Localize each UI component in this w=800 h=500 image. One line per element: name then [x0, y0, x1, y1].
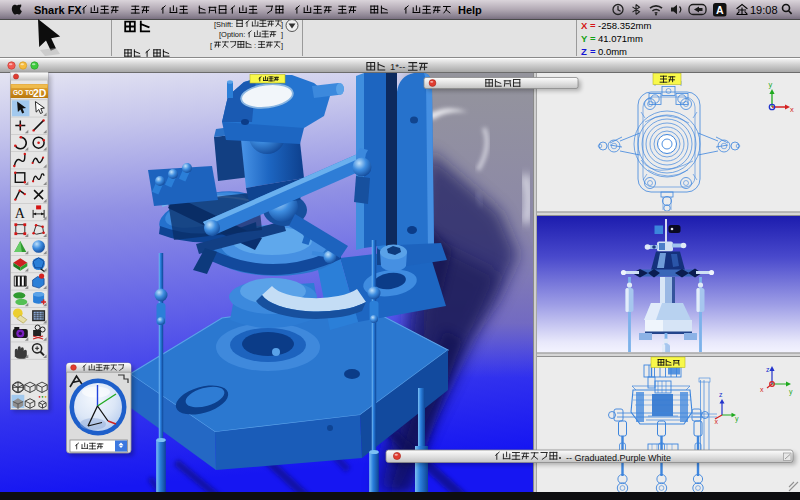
svg-text:]: ] [281, 41, 283, 50]
svg-text:z: z [766, 366, 770, 373]
svg-text:19:08: 19:08 [750, 4, 778, 16]
svg-text:GO TO: GO TO [13, 89, 34, 96]
svg-text:=: = [590, 33, 596, 44]
svg-text:x: x [760, 386, 764, 393]
svg-text:-258.352mm: -258.352mm [598, 20, 651, 31]
svg-text:X: X [581, 20, 588, 31]
svg-text:[Option:: [Option: [219, 30, 245, 39]
svg-text:x: x [715, 418, 719, 425]
svg-text:=: = [590, 46, 596, 57]
svg-text:[Shift:: [Shift: [214, 20, 233, 29]
svg-text:]: ] [281, 20, 283, 29]
svg-text:y: y [789, 388, 793, 396]
svg-text:y: y [735, 415, 739, 423]
svg-text:A: A [15, 206, 26, 221]
svg-text:Y: Y [581, 33, 588, 44]
svg-text:Help: Help [458, 4, 482, 16]
svg-text:1*--: 1*-- [390, 61, 405, 72]
svg-text:x: x [790, 105, 794, 114]
svg-text:A: A [716, 4, 724, 16]
svg-text:41.071mm: 41.071mm [598, 33, 643, 44]
svg-text:y: y [769, 80, 773, 89]
svg-text:z: z [719, 391, 723, 398]
svg-text:Shark FX: Shark FX [34, 4, 82, 16]
svg-text:]: ] [281, 30, 283, 39]
svg-text:=: = [590, 20, 596, 31]
svg-text:0.0mm: 0.0mm [598, 46, 627, 57]
svg-text:Z: Z [581, 46, 587, 57]
svg-text::: : [254, 41, 256, 50]
svg-text:-- Graduated.Purple White: -- Graduated.Purple White [566, 453, 671, 463]
svg-text:2D: 2D [33, 87, 47, 99]
